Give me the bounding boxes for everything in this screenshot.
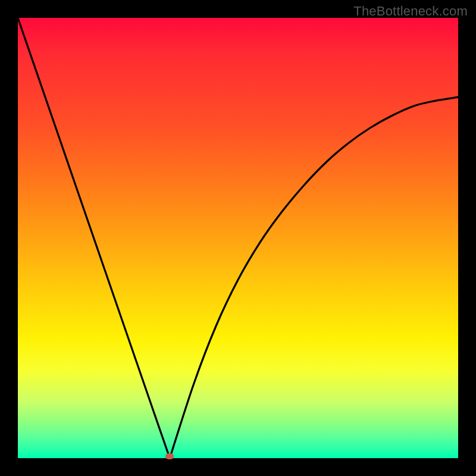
plot-area xyxy=(18,18,458,458)
minimum-marker xyxy=(165,453,174,459)
bottleneck-curve xyxy=(18,18,458,458)
watermark-label: TheBottleneck.com xyxy=(353,4,468,19)
curve-svg xyxy=(18,18,458,458)
chart-frame: TheBottleneck.com xyxy=(0,0,476,476)
